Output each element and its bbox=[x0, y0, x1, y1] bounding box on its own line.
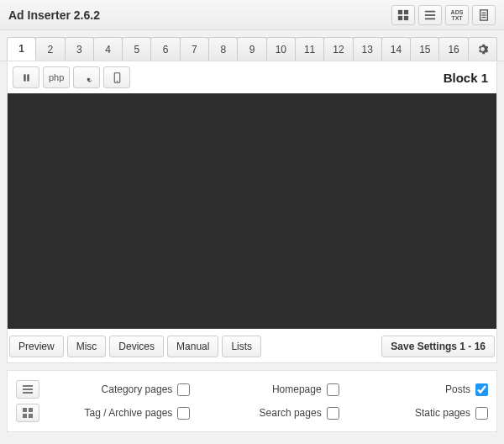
svg-rect-20 bbox=[23, 414, 27, 418]
gear-icon bbox=[477, 44, 488, 55]
wrench-icon[interactable] bbox=[73, 66, 100, 88]
code-editor[interactable] bbox=[8, 93, 496, 329]
svg-rect-19 bbox=[29, 408, 33, 412]
svg-rect-4 bbox=[425, 10, 435, 12]
tab-settings[interactable] bbox=[468, 37, 497, 61]
svg-rect-6 bbox=[425, 18, 435, 19]
svg-rect-15 bbox=[23, 385, 33, 387]
label-homepage: Homepage bbox=[272, 383, 322, 395]
tab-block-1[interactable]: 1 bbox=[7, 37, 36, 61]
svg-rect-2 bbox=[398, 15, 402, 19]
preview-button[interactable]: Preview bbox=[9, 336, 64, 357]
label-posts: Posts bbox=[445, 383, 470, 395]
tab-block-12[interactable]: 12 bbox=[323, 37, 353, 61]
tab-block-15[interactable]: 15 bbox=[410, 37, 439, 61]
svg-rect-18 bbox=[23, 408, 27, 412]
checkbox-tag-archive-pages[interactable] bbox=[177, 407, 190, 420]
misc-button[interactable]: Misc bbox=[67, 336, 107, 357]
svg-rect-17 bbox=[23, 392, 33, 394]
label-search-pages: Search pages bbox=[260, 407, 322, 419]
device-icon[interactable] bbox=[103, 66, 130, 88]
svg-rect-12 bbox=[27, 74, 29, 81]
tab-block-8[interactable]: 8 bbox=[208, 37, 238, 61]
ads-txt-icon[interactable]: ADSTXT bbox=[445, 5, 469, 25]
list-view-icon[interactable] bbox=[418, 5, 442, 25]
manual-button[interactable]: Manual bbox=[167, 336, 218, 357]
tab-block-4[interactable]: 4 bbox=[93, 37, 123, 61]
doc-icon[interactable] bbox=[472, 5, 496, 25]
checkbox-posts[interactable] bbox=[475, 383, 488, 396]
checkbox-homepage[interactable] bbox=[327, 383, 339, 396]
svg-rect-16 bbox=[23, 388, 33, 390]
block-title: Block 1 bbox=[444, 71, 491, 85]
tab-block-6[interactable]: 6 bbox=[150, 37, 180, 61]
list-layout-icon[interactable] bbox=[16, 380, 39, 399]
label-category-pages: Category pages bbox=[102, 383, 173, 395]
pause-icon[interactable] bbox=[13, 66, 39, 88]
svg-rect-3 bbox=[404, 15, 408, 19]
tab-block-11[interactable]: 11 bbox=[295, 37, 324, 61]
svg-rect-1 bbox=[404, 9, 408, 13]
svg-rect-11 bbox=[24, 74, 25, 81]
tab-block-9[interactable]: 9 bbox=[237, 37, 266, 61]
tab-block-5[interactable]: 5 bbox=[122, 37, 151, 61]
checkbox-category-pages[interactable] bbox=[177, 383, 190, 396]
grid-layout-icon[interactable] bbox=[16, 404, 39, 422]
label-tag-archive-pages: Tag / Archive pages bbox=[85, 407, 173, 419]
label-static-pages: Static pages bbox=[415, 407, 470, 419]
devices-button[interactable]: Devices bbox=[109, 336, 164, 357]
save-settings-button[interactable]: Save Settings 1 - 16 bbox=[381, 336, 495, 357]
grid-view-icon[interactable] bbox=[391, 5, 415, 25]
tab-block-10[interactable]: 10 bbox=[266, 37, 296, 61]
svg-rect-21 bbox=[29, 414, 33, 418]
tab-block-2[interactable]: 2 bbox=[35, 37, 65, 61]
svg-rect-0 bbox=[398, 9, 402, 13]
app-title: Ad Inserter 2.6.2 bbox=[8, 8, 391, 22]
svg-rect-5 bbox=[425, 14, 435, 16]
tab-block-3[interactable]: 3 bbox=[65, 37, 94, 61]
php-toggle-button[interactable]: php bbox=[43, 66, 70, 88]
lists-button[interactable]: Lists bbox=[222, 336, 261, 357]
tab-block-13[interactable]: 13 bbox=[353, 37, 382, 61]
tab-block-14[interactable]: 14 bbox=[381, 37, 411, 61]
checkbox-search-pages[interactable] bbox=[327, 407, 339, 420]
checkbox-static-pages[interactable] bbox=[475, 407, 488, 420]
tab-block-7[interactable]: 7 bbox=[180, 37, 209, 61]
tab-block-16[interactable]: 16 bbox=[438, 37, 468, 61]
